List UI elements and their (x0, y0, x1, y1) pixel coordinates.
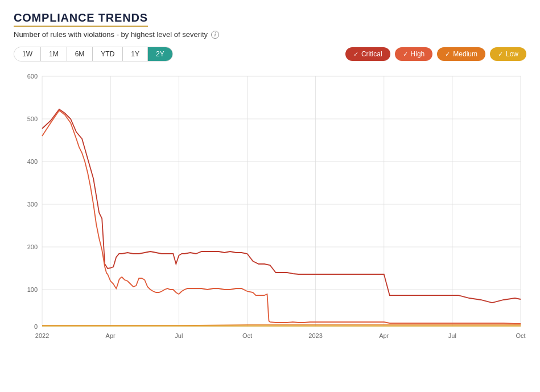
severity-legend: ✓ Critical ✓ High ✓ Medium ✓ Low (345, 47, 526, 61)
page-container: COMPLIANCE TRENDS Number of rules with v… (14, 11, 526, 349)
chart-area: 600 500 400 300 200 100 0 2022 Apr Jul O… (14, 71, 526, 349)
check-critical: ✓ (353, 51, 358, 58)
critical-line (42, 109, 521, 303)
legend-high-label: High (411, 50, 425, 58)
svg-text:0: 0 (34, 323, 38, 330)
check-high: ✓ (403, 51, 408, 58)
time-btn-1m[interactable]: 1M (41, 47, 67, 61)
svg-text:2022: 2022 (35, 332, 49, 339)
controls-bar: 1W 1M 6M YTD 1Y 2Y ✓ Critical ✓ High ✓ M… (14, 47, 526, 61)
svg-text:Jul: Jul (448, 332, 456, 339)
high-line (42, 110, 521, 324)
legend-high[interactable]: ✓ High (395, 47, 433, 61)
svg-text:Oct: Oct (242, 332, 252, 339)
svg-text:2023: 2023 (308, 332, 322, 339)
legend-medium-label: Medium (453, 50, 477, 58)
svg-text:600: 600 (27, 73, 38, 80)
legend-critical-label: Critical (361, 50, 382, 58)
svg-text:200: 200 (27, 244, 38, 250)
chart-svg: 600 500 400 300 200 100 0 2022 Apr Jul O… (14, 71, 526, 349)
time-btn-1y[interactable]: 1Y (123, 47, 148, 61)
svg-text:500: 500 (27, 115, 38, 122)
time-btn-1w[interactable]: 1W (14, 47, 41, 61)
time-period-selector: 1W 1M 6M YTD 1Y 2Y (14, 47, 173, 61)
page-title: COMPLIANCE TRENDS (14, 11, 148, 27)
legend-low-label: Low (506, 50, 518, 58)
svg-text:Jul: Jul (175, 332, 183, 339)
check-medium: ✓ (445, 51, 450, 58)
check-low: ✓ (498, 51, 503, 58)
svg-text:300: 300 (27, 201, 38, 208)
info-icon: i (211, 31, 219, 39)
svg-text:100: 100 (27, 286, 38, 293)
time-btn-ytd[interactable]: YTD (93, 47, 123, 61)
svg-text:Apr: Apr (379, 332, 389, 339)
legend-critical[interactable]: ✓ Critical (345, 47, 390, 61)
legend-medium[interactable]: ✓ Medium (437, 47, 485, 61)
time-btn-2y[interactable]: 2Y (148, 47, 172, 61)
svg-text:400: 400 (27, 158, 38, 165)
time-btn-6m[interactable]: 6M (67, 47, 93, 61)
subtitle-text: Number of rules with violations - by hig… (14, 30, 208, 39)
legend-low[interactable]: ✓ Low (490, 47, 526, 61)
medium-line (42, 325, 521, 325)
svg-text:Oct: Oct (516, 332, 525, 339)
svg-text:Apr: Apr (106, 332, 116, 339)
